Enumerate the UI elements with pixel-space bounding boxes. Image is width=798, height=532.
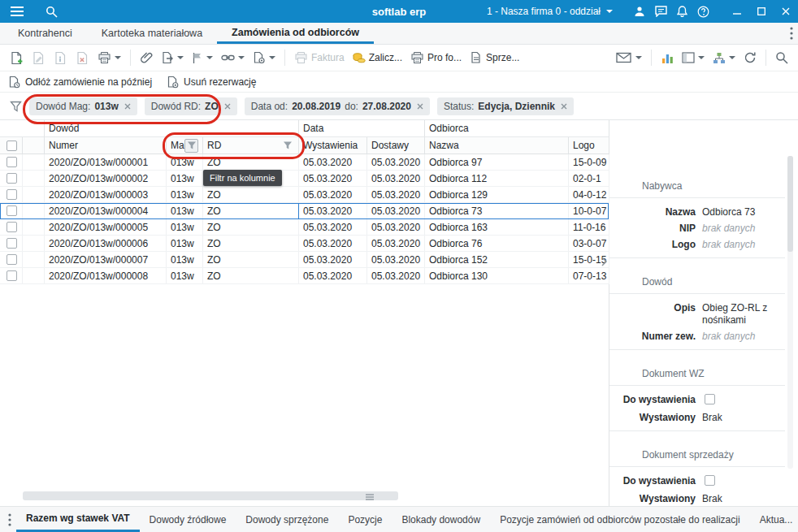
flag-button[interactable] — [189, 47, 216, 68]
maximize-button[interactable] — [749, 0, 774, 23]
tab-zam-wienia-od-odbiorc-w[interactable]: Zamówienia od odbiorców — [217, 23, 374, 44]
horizontal-scrollbar-thumb[interactable] — [23, 491, 398, 500]
field-checkbox[interactable] — [705, 394, 715, 404]
row-checkbox[interactable] — [7, 222, 17, 232]
table-row[interactable]: 2020/ZO/013w/000002013wZO05.03.202005.03… — [0, 171, 609, 187]
bottom-tab-razem-wg-stawek-vat[interactable]: Razem wg stawek VAT — [16, 507, 140, 532]
search-icon[interactable] — [41, 0, 62, 23]
table-row[interactable]: 2020/ZO/013w/000001013wZO05.03.202005.03… — [0, 154, 609, 171]
section-fields: Do wystawieniaWystawionyBrak — [609, 386, 785, 426]
hamburger-menu-icon[interactable] — [7, 0, 28, 23]
filter-chip[interactable]: Data od:20.08.2019do:27.08.2020 — [245, 97, 430, 115]
field-value: Obieg ZO-RL z nośnikami — [702, 302, 785, 327]
row-checkbox[interactable] — [7, 189, 17, 200]
details-scrollbar-thumb[interactable] — [787, 156, 793, 252]
filter-chip[interactable]: Status:Edycja, Dziennik — [437, 97, 574, 115]
column-header-rd[interactable]: RD — [203, 137, 299, 154]
chip-close-icon[interactable] — [124, 103, 131, 110]
column-header-dostawy[interactable]: Dostawy — [367, 137, 425, 154]
document-info-button — [50, 47, 71, 68]
print-button[interactable] — [94, 47, 124, 68]
proforma-button[interactable]: Pro fo... — [407, 47, 465, 68]
grid-search-button[interactable] — [772, 47, 791, 68]
select-all-checkbox[interactable] — [7, 141, 17, 151]
bottom-tab-aktua[interactable]: Aktua... — [750, 507, 798, 532]
attachment-button[interactable] — [137, 47, 156, 68]
row-checkbox[interactable] — [7, 270, 17, 281]
splitter-grip[interactable] — [366, 494, 374, 500]
chevron-down-icon — [698, 56, 705, 59]
chip-close-icon[interactable] — [224, 103, 231, 110]
layout-panels-button[interactable] — [679, 47, 708, 68]
column-header-numer[interactable]: Numer — [45, 137, 167, 154]
row-checkbox[interactable] — [7, 205, 17, 216]
details-scrollbar[interactable] — [787, 156, 793, 469]
row-checkbox[interactable] — [7, 238, 17, 249]
row-checkbox[interactable] — [7, 157, 17, 167]
panel-expander-icon[interactable] — [601, 257, 607, 269]
column-header-logo[interactable]: Logo — [569, 137, 609, 154]
bottom-tab-blokady-dowod-w[interactable]: Blokady dowodów — [392, 507, 490, 532]
row-spacer-cell — [23, 236, 45, 252]
bottom-tab-dowody-sprz-one[interactable]: Dowody sprzężone — [236, 507, 338, 532]
table-row[interactable]: 2020/ZO/013w/000008013wZO05.03.202005.03… — [0, 268, 609, 284]
filter-chip[interactable]: Dowód RD:ZO — [145, 97, 237, 115]
table-row[interactable]: 2020/ZO/013w/000005013wZO05.03.202005.03… — [0, 219, 609, 236]
table-row[interactable]: 2020/ZO/013w/000003013wZO05.03.202005.03… — [0, 187, 609, 203]
link-documents-button[interactable] — [218, 47, 248, 68]
table-row[interactable]: 2020/ZO/013w/000006013wZO05.03.202005.03… — [0, 236, 609, 252]
horizontal-scrollbar[interactable] — [0, 491, 607, 501]
column-header-wystawienia[interactable]: Wystawienia — [299, 137, 367, 154]
column-header-nazwa[interactable]: Nazwa — [425, 137, 569, 154]
field-label: Do wystawienia — [609, 394, 696, 406]
refresh-button[interactable] — [740, 47, 760, 68]
filter-chip[interactable]: Dowód Mag:013w — [29, 97, 137, 115]
sprzedaz-button[interactable]: Sprze... — [466, 47, 523, 68]
column-filter-icon[interactable] — [184, 139, 198, 153]
table-row[interactable]: 2020/ZO/013w/000007013wZO05.03.202005.03… — [0, 252, 609, 268]
detail-field: Do wystawienia — [609, 391, 785, 409]
column-filter-icon[interactable] — [280, 139, 294, 153]
chart-button[interactable] — [657, 47, 677, 68]
column-header-mag[interactable]: Mag — [167, 137, 203, 154]
bottom-tab-pozycje[interactable]: Pozycje — [338, 507, 392, 532]
export-document-button[interactable] — [158, 47, 187, 68]
grid-column-header-row: NumerMagRDWystawieniaDostawyNazwaLogo — [0, 137, 609, 154]
grid-group-header-row: DowódDataOdbiorca — [0, 120, 609, 137]
bottom-tab-pozycje-zam-wie-od-odbiorc-w-pozosta-e-do-realizacji[interactable]: Pozycje zamówień od odbiorców pozostałe … — [490, 507, 750, 532]
cell-nazwa: Odbiorca 112 — [425, 171, 569, 187]
details-section-dokument-wz: Dokument WZDo wystawieniaWystawionyBrak — [609, 368, 785, 431]
close-button[interactable] — [774, 0, 798, 23]
filter-funnel-icon[interactable] — [10, 101, 22, 112]
bell-icon[interactable] — [671, 0, 692, 23]
document-actions-button[interactable] — [249, 47, 279, 68]
detail-field: NazwaOdbiorca 73 — [609, 204, 785, 220]
cell-wystawienia: 05.03.2020 — [299, 219, 367, 236]
tab-kontrahenci[interactable]: Kontrahenci — [3, 23, 87, 44]
zaliczka-button[interactable]: Zalicz... — [349, 47, 406, 68]
chip-close-icon[interactable] — [417, 103, 423, 110]
bottom-tab-dowody-r-d-owe[interactable]: Dowody źródłowe — [140, 507, 236, 532]
faktura-button: Faktura — [291, 47, 348, 68]
defer-order-button[interactable]: Odłóż zamówienie na później — [8, 76, 152, 89]
remove-reservation-button[interactable]: Usuń rezerwację — [167, 76, 256, 89]
workflow-button[interactable] — [709, 47, 739, 68]
new-document-button[interactable] — [7, 47, 27, 68]
tab-kartoteka-materia-owa[interactable]: Kartoteka materiałowa — [87, 23, 217, 44]
bottom-tab-list: Razem wg stawek VATDowody źródłoweDowody… — [16, 507, 798, 532]
field-checkbox[interactable] — [705, 475, 715, 486]
user-icon[interactable] — [629, 0, 650, 23]
table-row[interactable]: 2020/ZO/013w/000004013wZO05.03.202005.03… — [0, 203, 609, 219]
bottom-menu-icon[interactable] — [3, 507, 16, 532]
chat-icon[interactable] — [650, 0, 671, 23]
row-checkbox[interactable] — [7, 254, 17, 265]
cell-dostawy: 05.03.2020 — [367, 203, 425, 219]
company-selector[interactable]: 1 - Nasza firma 0 - oddział — [487, 6, 613, 17]
chip-close-icon[interactable] — [561, 103, 567, 110]
tab-overflow-menu-icon[interactable] — [790, 23, 793, 44]
minimize-button[interactable] — [725, 0, 749, 23]
action-bar: Odłóż zamówienie na później Usuń rezerwa… — [0, 71, 798, 93]
help-icon[interactable] — [692, 0, 713, 23]
row-checkbox[interactable] — [7, 173, 17, 184]
send-email-button[interactable] — [613, 47, 645, 68]
